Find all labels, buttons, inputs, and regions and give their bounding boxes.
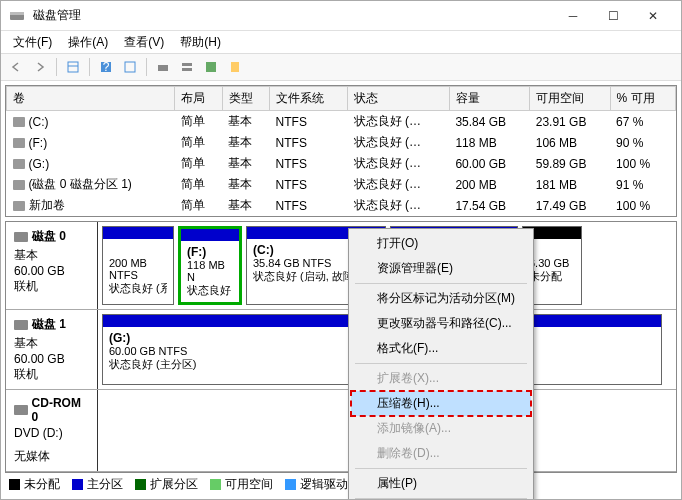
ctx-delete: 删除卷(D)... (351, 441, 531, 466)
help-button[interactable]: ? (95, 56, 117, 78)
maximize-button[interactable]: ☐ (593, 2, 633, 30)
view-button[interactable] (62, 56, 84, 78)
menu-action[interactable]: 操作(A) (60, 32, 116, 53)
volume-row[interactable]: (C:)简单基本NTFS状态良好 (…35.84 GB23.91 GB67 % (7, 111, 676, 133)
svg-rect-7 (158, 65, 168, 71)
ctx-extend: 扩展卷(X)... (351, 366, 531, 391)
refresh-button[interactable] (152, 56, 174, 78)
window-title: 磁盘管理 (33, 7, 553, 24)
svg-rect-9 (182, 68, 192, 71)
properties-button[interactable] (224, 56, 246, 78)
volume-icon (13, 201, 25, 211)
context-menu: 打开(O) 资源管理器(E) 将分区标记为活动分区(M) 更改驱动器号和路径(C… (348, 228, 534, 500)
svg-rect-1 (10, 12, 24, 15)
titlebar: 磁盘管理 ─ ☐ ✕ (1, 1, 681, 31)
svg-rect-8 (182, 63, 192, 66)
disk-icon (14, 405, 28, 415)
volume-icon (13, 117, 25, 127)
volume-icon (13, 159, 25, 169)
ctx-format[interactable]: 格式化(F)... (351, 336, 531, 361)
svg-rect-11 (231, 62, 239, 72)
disk-info[interactable]: CD-ROM 0DVD (D:)无媒体 (6, 390, 98, 471)
ctx-explorer[interactable]: 资源管理器(E) (351, 256, 531, 281)
settings-button[interactable] (119, 56, 141, 78)
column-header[interactable]: 类型 (222, 87, 269, 111)
disk-row: 磁盘 0基本60.00 GB联机 200 MB NTFS状态良好 (系统(F:)… (6, 222, 676, 310)
ctx-change-letter[interactable]: 更改驱动器号和路径(C)... (351, 311, 531, 336)
ctx-mirror: 添加镜像(A)... (351, 416, 531, 441)
svg-rect-6 (125, 62, 135, 72)
volume-row[interactable]: (磁盘 0 磁盘分区 1)简单基本NTFS状态良好 (…200 MB181 MB… (7, 174, 676, 195)
volume-icon (13, 138, 25, 148)
menu-help[interactable]: 帮助(H) (172, 32, 229, 53)
disk-row: CD-ROM 0DVD (D:)无媒体 (6, 390, 676, 472)
volume-row[interactable]: 新加卷简单基本NTFS状态良好 (…17.54 GB17.49 GB100 % (7, 195, 676, 216)
menubar: 文件(F) 操作(A) 查看(V) 帮助(H) (1, 31, 681, 53)
disk-icon (14, 232, 28, 242)
ctx-open[interactable]: 打开(O) (351, 231, 531, 256)
ctx-shrink[interactable]: 压缩卷(H)... (351, 391, 531, 416)
svg-text:?: ? (103, 60, 110, 74)
disk-list-button[interactable] (176, 56, 198, 78)
toolbar: ? (1, 53, 681, 81)
legend: 未分配 主分区 扩展分区 可用空间 逻辑驱动器 (9, 476, 360, 493)
volume-list[interactable]: 卷布局类型文件系统状态容量可用空间% 可用 (C:)简单基本NTFS状态良好 (… (5, 85, 677, 217)
app-icon (9, 8, 25, 24)
volume-row[interactable]: (G:)简单基本NTFS状态良好 (…60.00 GB59.89 GB100 % (7, 153, 676, 174)
svg-rect-10 (206, 62, 216, 72)
back-button[interactable] (5, 56, 27, 78)
partition[interactable]: 200 MB NTFS状态良好 (系统 (102, 226, 174, 305)
ctx-properties[interactable]: 属性(P) (351, 471, 531, 496)
action-button[interactable] (200, 56, 222, 78)
disk-info[interactable]: 磁盘 1基本60.00 GB联机 (6, 310, 98, 389)
disk-icon (14, 320, 28, 330)
partition[interactable]: (F:)118 MB N状态良好 ( (178, 226, 242, 305)
disk-graphical-view[interactable]: 磁盘 0基本60.00 GB联机 200 MB NTFS状态良好 (系统(F:)… (5, 221, 677, 473)
menu-file[interactable]: 文件(F) (5, 32, 60, 53)
column-header[interactable]: 状态 (348, 87, 450, 111)
disk-info[interactable]: 磁盘 0基本60.00 GB联机 (6, 222, 98, 309)
column-header[interactable]: 容量 (449, 87, 529, 111)
svg-rect-2 (68, 62, 78, 72)
close-button[interactable]: ✕ (633, 2, 673, 30)
volume-row[interactable]: (F:)简单基本NTFS状态良好 (…118 MB106 MB90 % (7, 132, 676, 153)
minimize-button[interactable]: ─ (553, 2, 593, 30)
menu-view[interactable]: 查看(V) (116, 32, 172, 53)
column-header[interactable]: 卷 (7, 87, 175, 111)
forward-button[interactable] (29, 56, 51, 78)
ctx-mark-active[interactable]: 将分区标记为活动分区(M) (351, 286, 531, 311)
column-header[interactable]: 可用空间 (530, 87, 610, 111)
disk-row: 磁盘 1基本60.00 GB联机(G:)60.00 GB NTFS状态良好 (主… (6, 310, 676, 390)
column-header[interactable]: 布局 (175, 87, 222, 111)
column-header[interactable]: % 可用 (610, 87, 675, 111)
volume-icon (13, 180, 25, 190)
column-header[interactable]: 文件系统 (270, 87, 348, 111)
